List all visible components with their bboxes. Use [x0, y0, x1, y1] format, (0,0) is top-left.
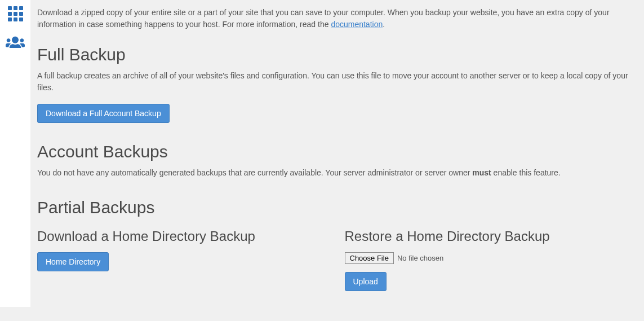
- documentation-link[interactable]: documentation: [331, 20, 383, 29]
- intro-text: Download a zipped copy of your entire si…: [37, 7, 629, 30]
- sidebar-item-users[interactable]: [4, 33, 26, 51]
- main-content: Download a zipped copy of your entire si…: [30, 0, 644, 307]
- account-backups-text-before: You do not have any automatically genera…: [37, 168, 472, 177]
- home-directory-button[interactable]: Home Directory: [37, 252, 109, 271]
- download-home-column: Download a Home Directory Backup Home Di…: [37, 228, 322, 291]
- restore-home-heading: Restore a Home Directory Backup: [345, 228, 630, 244]
- download-full-backup-button[interactable]: Download a Full Account Backup: [37, 104, 170, 123]
- full-backup-description: A full backup creates an archive of all …: [37, 70, 629, 94]
- download-home-heading: Download a Home Directory Backup: [37, 228, 322, 244]
- apps-grid-icon: [8, 6, 23, 21]
- file-status-text: No file chosen: [397, 254, 443, 262]
- choose-file-button[interactable]: Choose File: [345, 252, 394, 264]
- restore-home-column: Restore a Home Directory Backup Choose F…: [345, 228, 630, 291]
- intro-after-link: .: [383, 20, 385, 29]
- partial-backups-columns: Download a Home Directory Backup Home Di…: [37, 228, 629, 291]
- file-input-row: Choose File No file chosen: [345, 252, 630, 264]
- account-backups-description: You do not have any automatically genera…: [37, 167, 629, 179]
- sidebar: [0, 0, 30, 307]
- full-backup-heading: Full Backup: [37, 45, 629, 64]
- account-backups-text-after: enable this feature.: [491, 168, 561, 177]
- intro-before-link: Download a zipped copy of your entire si…: [37, 8, 610, 29]
- partial-backups-section: Partial Backups Download a Home Director…: [37, 198, 629, 291]
- users-icon: [6, 36, 25, 48]
- full-backup-section: Full Backup A full backup creates an arc…: [37, 45, 629, 123]
- account-backups-section: Account Backups You do not have any auto…: [37, 142, 629, 179]
- sidebar-item-apps[interactable]: [4, 5, 26, 23]
- account-backups-bold: must: [472, 168, 491, 177]
- upload-button[interactable]: Upload: [345, 272, 387, 291]
- account-backups-heading: Account Backups: [37, 142, 629, 161]
- partial-backups-heading: Partial Backups: [37, 198, 629, 217]
